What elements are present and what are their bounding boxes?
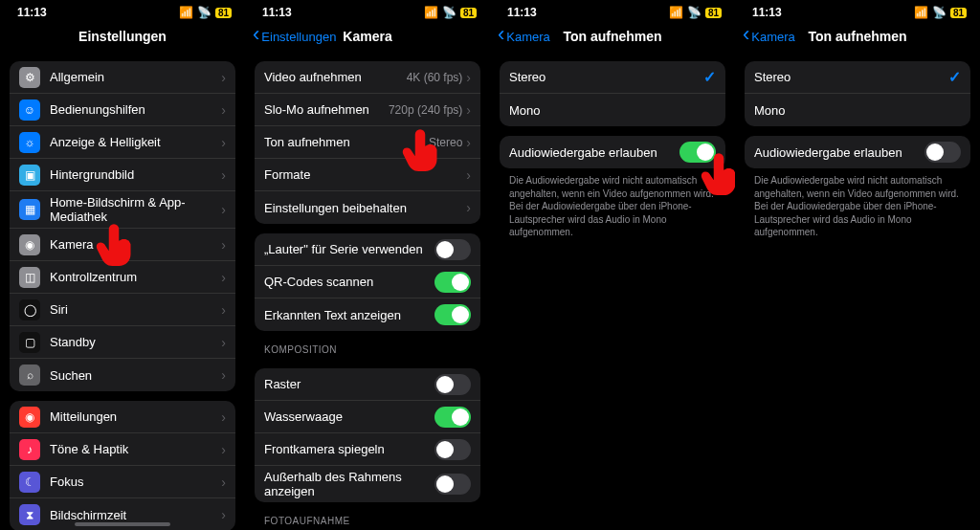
settings-row[interactable]: ◉Mitteilungen› bbox=[10, 401, 235, 433]
chevron-icon: › bbox=[221, 335, 226, 350]
toggle-row: Audiowiedergabe erlauben bbox=[745, 136, 970, 168]
settings-row[interactable]: ▦Home-Bildschirm & App-Mediathek› bbox=[10, 191, 235, 229]
page-title: Einstellungen bbox=[0, 29, 245, 44]
toggle[interactable] bbox=[434, 407, 471, 428]
settings-row[interactable]: ◉Kamera› bbox=[10, 229, 235, 261]
settings-row[interactable]: ◫Kontrollzentrum› bbox=[10, 261, 235, 294]
chevron-icon: › bbox=[221, 507, 226, 522]
nav-row[interactable]: Slo-Mo aufnehmen720p (240 fps)› bbox=[255, 94, 480, 126]
row-label: Bildschirmzeit bbox=[50, 508, 221, 522]
row-label: Video aufnehmen bbox=[264, 70, 407, 84]
row-label: Allgemein bbox=[50, 70, 221, 84]
settings-row[interactable]: ☼Anzeige & Helligkeit› bbox=[10, 126, 235, 159]
toggle[interactable] bbox=[434, 474, 471, 495]
status-bar: 11:13 📶 📡 81 bbox=[735, 0, 980, 21]
option-row[interactable]: Stereo✓ bbox=[500, 61, 725, 94]
settings-row[interactable]: ⌕Suchen› bbox=[10, 359, 235, 391]
back-button[interactable]: Kamera bbox=[498, 30, 550, 44]
row-label: Audiowiedergabe erlauben bbox=[509, 145, 679, 160]
nav-bar: Einstellungen bbox=[0, 21, 245, 52]
battery-badge: 81 bbox=[215, 8, 232, 18]
wifi-icon: 📡 bbox=[687, 6, 702, 19]
row-label: Slo-Mo aufnehmen bbox=[264, 102, 389, 117]
footer-text: Die Audiowiedergabe wird nicht automatis… bbox=[735, 168, 980, 245]
nav-row[interactable]: Formate› bbox=[255, 159, 480, 191]
section-header: Komposition bbox=[245, 331, 490, 359]
row-label: Raster bbox=[264, 377, 434, 391]
toggle[interactable] bbox=[434, 304, 471, 325]
chevron-icon: › bbox=[221, 270, 226, 285]
wifi-icon: 📡 bbox=[932, 6, 947, 19]
option-row[interactable]: Mono bbox=[745, 94, 970, 126]
settings-row[interactable]: ▢Standby› bbox=[10, 326, 235, 359]
chevron-icon: › bbox=[221, 70, 226, 85]
row-label: Erkannten Text anzeigen bbox=[264, 308, 434, 322]
row-label: Anzeige & Helligkeit bbox=[50, 135, 221, 149]
check-icon: ✓ bbox=[948, 68, 961, 86]
status-time: 11:13 bbox=[507, 6, 537, 19]
status-time: 11:13 bbox=[17, 6, 47, 19]
row-label: Ton aufnehmen bbox=[264, 135, 429, 149]
settings-row[interactable]: ♪Töne & Haptik› bbox=[10, 433, 235, 466]
audio-playback-toggle[interactable] bbox=[924, 142, 961, 163]
nav-row[interactable]: Ton aufnehmenStereo› bbox=[255, 126, 480, 159]
row-icon: ▣ bbox=[19, 165, 40, 186]
settings-row[interactable]: ⚙Allgemein› bbox=[10, 61, 235, 94]
chevron-icon: › bbox=[221, 167, 226, 183]
row-label: Frontkamera spiegeln bbox=[264, 442, 434, 456]
row-icon: ▦ bbox=[19, 199, 40, 220]
battery-badge: 81 bbox=[705, 8, 722, 18]
nav-bar: Einstellungen Kamera bbox=[245, 21, 490, 52]
settings-row[interactable]: ▣Hintergrundbild› bbox=[10, 159, 235, 191]
battery-badge: 81 bbox=[950, 8, 967, 18]
chevron-icon: › bbox=[221, 135, 226, 150]
status-bar: 11:13 📶 📡 81 bbox=[245, 0, 490, 21]
chevron-icon: › bbox=[221, 237, 226, 253]
back-button[interactable]: Kamera bbox=[743, 30, 795, 44]
row-icon: ◯ bbox=[19, 299, 40, 320]
option-row[interactable]: Mono bbox=[500, 94, 725, 126]
nav-bar: Kamera Ton aufnehmen bbox=[735, 21, 980, 52]
row-label: QR-Codes scannen bbox=[264, 275, 434, 289]
settings-row[interactable]: ◯Siri› bbox=[10, 294, 235, 326]
check-icon: ✓ bbox=[703, 68, 716, 86]
chevron-icon: › bbox=[466, 167, 471, 183]
toggle-row: „Lauter" für Serie verwenden bbox=[255, 233, 480, 266]
row-icon: ▢ bbox=[19, 332, 40, 353]
row-label: Formate bbox=[264, 167, 466, 182]
row-label: Mono bbox=[754, 103, 961, 118]
toggle[interactable] bbox=[434, 272, 471, 293]
status-bar: 11:13 📶 📡 81 bbox=[0, 0, 245, 21]
audio-playback-toggle[interactable] bbox=[679, 142, 716, 163]
row-label: Stereo bbox=[754, 70, 948, 84]
row-detail: Stereo bbox=[429, 136, 462, 149]
row-label: Stereo bbox=[509, 70, 703, 84]
back-button[interactable]: Einstellungen bbox=[253, 30, 336, 44]
panel-record-sound-off: 11:13 📶 📡 81 Kamera Ton aufnehmen Stereo… bbox=[735, 0, 980, 530]
nav-row[interactable]: Video aufnehmen4K (60 fps)› bbox=[255, 61, 480, 94]
row-label: Audiowiedergabe erlauben bbox=[754, 145, 924, 160]
toggle-row: Audiowiedergabe erlauben bbox=[500, 136, 725, 168]
toggle-row: Wasserwaage bbox=[255, 401, 480, 433]
toggle[interactable] bbox=[434, 239, 471, 260]
row-label: „Lauter" für Serie verwenden bbox=[264, 242, 434, 256]
row-label: Einstellungen beibehalten bbox=[264, 201, 466, 215]
toggle[interactable] bbox=[434, 439, 471, 460]
chevron-icon: › bbox=[466, 102, 471, 118]
wifi-icon: 📡 bbox=[442, 6, 457, 19]
toggle-row: Raster bbox=[255, 368, 480, 401]
panel-camera: 11:13 📶 📡 81 Einstellungen Kamera Video … bbox=[245, 0, 490, 530]
settings-row[interactable]: ☺Bedienungshilfen› bbox=[10, 94, 235, 126]
settings-row[interactable]: ☾Fokus› bbox=[10, 466, 235, 498]
toggle[interactable] bbox=[434, 374, 471, 395]
row-icon: ⌕ bbox=[19, 364, 40, 386]
row-label: Töne & Haptik bbox=[50, 442, 221, 456]
row-icon: ◉ bbox=[19, 407, 40, 428]
row-icon: ☺ bbox=[19, 99, 40, 121]
option-row[interactable]: Stereo✓ bbox=[745, 61, 970, 94]
panel-record-sound-on: 11:13 📶 📡 81 Kamera Ton aufnehmen Stereo… bbox=[490, 0, 735, 530]
chevron-icon: › bbox=[221, 409, 226, 425]
toggle-row: Frontkamera spiegeln bbox=[255, 433, 480, 466]
nav-row[interactable]: Einstellungen beibehalten› bbox=[255, 191, 480, 224]
row-label: Mono bbox=[509, 103, 716, 118]
